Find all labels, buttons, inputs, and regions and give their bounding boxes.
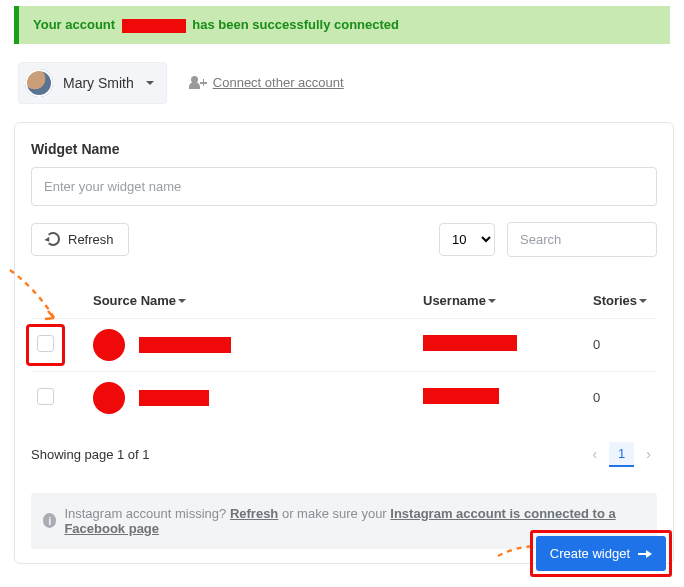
source-avatar-redacted (93, 382, 125, 414)
help-refresh-link[interactable]: Refresh (230, 506, 278, 521)
table-row: 0 (31, 371, 657, 424)
table-row: 0 (31, 318, 657, 371)
col-source-name[interactable]: Source Name (87, 283, 417, 319)
search-input[interactable] (507, 222, 657, 257)
source-name-redacted (139, 337, 231, 353)
sort-caret-icon (639, 299, 647, 303)
create-widget-highlight: Create widget (530, 530, 672, 577)
sort-caret-icon (488, 299, 496, 303)
create-widget-button[interactable]: Create widget (536, 536, 666, 571)
redacted-account-name (122, 19, 186, 33)
user-plus-icon (189, 76, 205, 89)
sort-caret-icon (178, 299, 186, 303)
username-redacted (423, 388, 499, 404)
pager-prev[interactable]: ‹ (586, 442, 603, 466)
connect-other-account-label: Connect other account (213, 75, 344, 90)
stories-count: 0 (587, 318, 657, 371)
connect-other-account-link[interactable]: Connect other account (189, 75, 344, 90)
col-checkbox (31, 283, 87, 319)
sources-table: Source Name Username Stories (31, 283, 657, 424)
refresh-button[interactable]: Refresh (31, 223, 129, 256)
create-widget-label: Create widget (550, 546, 630, 561)
page-size-select[interactable]: 10 (439, 223, 495, 256)
help-text-lead: Instagram account missing? (64, 506, 226, 521)
username-redacted (423, 335, 517, 351)
pagination: ‹ 1 › (586, 442, 657, 467)
refresh-icon (46, 232, 60, 246)
col-source-name-label: Source Name (93, 293, 176, 308)
refresh-label: Refresh (68, 232, 114, 247)
source-avatar-redacted (93, 329, 125, 361)
col-username[interactable]: Username (417, 283, 587, 319)
user-account-dropdown[interactable]: Mary Smith (18, 62, 167, 104)
help-text-mid: or make sure your (278, 506, 390, 521)
row-checkbox[interactable] (37, 335, 54, 352)
row-checkbox-highlight (37, 335, 54, 355)
caret-down-icon (146, 81, 154, 85)
user-name: Mary Smith (63, 75, 134, 91)
pager-next[interactable]: › (640, 442, 657, 466)
stories-count: 0 (587, 371, 657, 424)
alert-success: Your account has been successfully conne… (14, 6, 670, 44)
info-icon: i (43, 513, 56, 528)
alert-text-suffix: has been successfully connected (192, 17, 399, 32)
widget-name-label: Widget Name (31, 141, 657, 157)
col-username-label: Username (423, 293, 486, 308)
alert-text-prefix: Your account (33, 17, 115, 32)
col-stories-label: Stories (593, 293, 637, 308)
pagination-status: Showing page 1 of 1 (31, 447, 150, 462)
col-stories[interactable]: Stories (587, 283, 657, 319)
widget-name-input[interactable] (31, 167, 657, 206)
arrow-right-icon (638, 550, 652, 558)
pager-page-current[interactable]: 1 (609, 442, 634, 467)
source-name-redacted (139, 390, 209, 406)
avatar (25, 69, 53, 97)
row-checkbox[interactable] (37, 388, 54, 405)
widget-panel: Widget Name Refresh 10 Source Name (14, 122, 674, 564)
